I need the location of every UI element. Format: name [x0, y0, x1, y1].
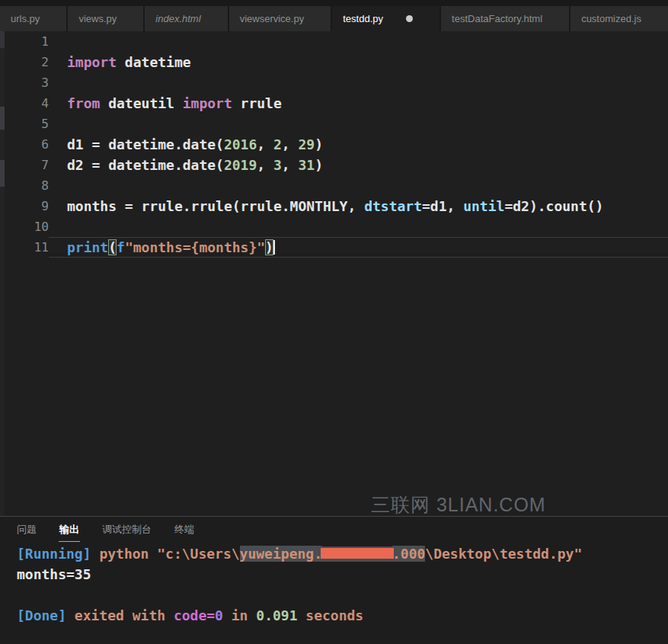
token: 2019	[224, 157, 257, 173]
token: import	[183, 95, 232, 111]
token: )	[315, 136, 323, 152]
editor-tab-bar: urls.pyviews.pyindex.htmlviewservice.pyt…	[0, 6, 668, 31]
code-text: from dateutil import rrule	[49, 93, 668, 114]
tab-customized.js[interactable]: customized.js	[571, 6, 668, 31]
tab-label: testDataFactory.html	[452, 13, 542, 24]
code-text	[49, 175, 668, 196]
token: 31	[298, 157, 315, 173]
tab-testDataFactory.html[interactable]: testDataFactory.html	[441, 6, 571, 31]
line-number: 1	[0, 31, 49, 52]
status-done: [Done]	[17, 607, 75, 623]
token: .000	[392, 546, 425, 562]
code-line-10: 10	[0, 216, 668, 237]
code-text: print(f"months={months}")	[49, 237, 668, 258]
line-number: 6	[0, 134, 49, 155]
token: until	[463, 198, 504, 214]
token: )	[265, 239, 273, 255]
output-line: months=35	[17, 564, 668, 585]
panel-tab-终端[interactable]: 终端	[174, 523, 194, 537]
token: "c:\Users\	[157, 546, 239, 562]
token: "months={months}"	[125, 239, 265, 255]
line-number: 8	[0, 175, 49, 196]
code-line-3: 3	[0, 72, 668, 93]
token: dtstart	[364, 198, 422, 214]
panel-tab-输出[interactable]: 输出	[59, 523, 79, 537]
token: from	[67, 95, 100, 111]
token: 3	[273, 157, 282, 173]
watermark: 三联网 3LIAN.COM	[371, 492, 546, 516]
token: rrule	[232, 95, 282, 111]
code-line-9: 9months = rrule.rrule(rrule.MONTHLY, dts…	[0, 196, 668, 216]
output-line: [Done] exited with code=0 in 0.091 secon…	[17, 605, 668, 626]
code-text: months = rrule.rrule(rrule.MONTHLY, dtst…	[49, 196, 668, 216]
token: \Desktop\testdd.py"	[425, 546, 582, 562]
tab-label: testdd.py	[343, 13, 383, 24]
tab-label: viewservice.py	[240, 13, 305, 24]
code-text	[49, 114, 668, 134]
token: 2	[273, 136, 282, 152]
output-line	[17, 585, 668, 605]
code-editor[interactable]: 12import datetime34from dateutil import …	[0, 31, 668, 516]
line-number: 3	[0, 72, 49, 93]
token: ,	[282, 157, 299, 173]
code-text: d2 = datetime.date(2019, 3, 31)	[49, 155, 668, 175]
code-line-5: 5	[0, 114, 668, 134]
tab-index.html[interactable]: index.html	[145, 6, 229, 31]
output-line: [Running] python "c:\Users\yuweipeng..00…	[17, 543, 668, 564]
token: d2 = datetime.date(	[67, 157, 224, 173]
token: 2016	[224, 136, 257, 152]
code-line-6: 6d1 = datetime.date(2016, 2, 29)	[0, 134, 668, 155]
code-text	[49, 31, 668, 52]
vscode-window: urls.pyviews.pyindex.htmlviewservice.pyt…	[0, 0, 668, 644]
tab-viewservice.py[interactable]: viewservice.py	[229, 6, 333, 31]
program-output: months=35	[17, 566, 91, 582]
token: )	[315, 157, 323, 173]
tab-label: views.py	[78, 13, 117, 24]
code-text: d1 = datetime.date(2016, 2, 29)	[49, 134, 668, 155]
line-number: 5	[0, 114, 49, 134]
text-cursor	[273, 240, 275, 255]
line-number: 4	[0, 93, 49, 114]
token: in	[223, 607, 256, 623]
code-line-1: 1	[0, 31, 668, 52]
code-text	[49, 216, 668, 237]
token: datetime	[117, 54, 191, 70]
redacted-text	[322, 546, 392, 562]
token: seconds	[297, 607, 363, 623]
token: ,	[257, 157, 273, 173]
token: ,	[257, 136, 273, 152]
token: print	[67, 239, 108, 255]
tab-views.py[interactable]: views.py	[68, 6, 145, 31]
status-running: [Running]	[17, 546, 99, 562]
token: yuweipeng.	[240, 546, 322, 562]
token: dateutil	[100, 95, 182, 111]
panel-tab-bar: 问题输出调试控制台终端	[0, 517, 668, 542]
tab-label: customized.js	[581, 13, 641, 24]
modified-dot-icon[interactable]	[406, 15, 413, 22]
code-text	[49, 72, 668, 93]
code-lines: 12import datetime34from dateutil import …	[0, 31, 668, 258]
code-line-8: 8	[0, 175, 668, 196]
tab-label: index.html	[155, 13, 200, 24]
output-console[interactable]: [Running] python "c:\Users\yuweipeng..00…	[0, 542, 668, 626]
code-line-4: 4from dateutil import rrule	[0, 93, 668, 114]
line-number: 2	[0, 52, 49, 72]
token: f	[117, 239, 125, 255]
token: import	[67, 54, 117, 70]
token: exited with	[75, 607, 174, 623]
line-number: 7	[0, 155, 49, 175]
code-line-2: 2import datetime	[0, 52, 668, 72]
bottom-panel: 问题输出调试控制台终端 [Running] python "c:\Users\y…	[0, 516, 668, 644]
tab-urls.py[interactable]: urls.py	[0, 6, 68, 31]
token: python	[99, 546, 157, 562]
panel-tab-调试控制台[interactable]: 调试控制台	[102, 523, 152, 537]
token: d1 = datetime.date(	[67, 136, 224, 152]
token: code=	[174, 607, 215, 623]
tab-testdd.py[interactable]: testdd.py	[332, 6, 441, 31]
line-number: 11	[0, 237, 49, 258]
panel-tab-问题[interactable]: 问题	[17, 523, 37, 537]
code-line-11: 11print(f"months={months}")	[0, 237, 668, 258]
line-number: 10	[0, 216, 49, 237]
code-line-7: 7d2 = datetime.date(2019, 3, 31)	[0, 155, 668, 175]
token: 29	[298, 136, 315, 152]
